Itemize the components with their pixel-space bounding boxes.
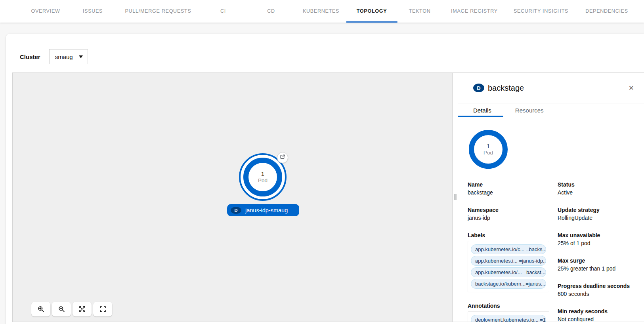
zoom-out-icon [58,306,65,313]
labels-chip-box: app.kubernetes.io/c... =backs... app.kub… [468,241,549,292]
topology-card: Cluster smaug 1 Pod [6,34,644,324]
panel-title: backstage [488,84,524,93]
cluster-select[interactable]: smaug [49,49,88,64]
label-chip: app.kubernetes.io/... =backst... [471,267,546,277]
field-namespace: Namespace janus-idp [468,206,558,222]
panel-resize-gutter[interactable] [453,73,458,322]
field-label: Max surge [558,257,638,265]
tab-topology[interactable]: TOPOLOGY [357,0,387,23]
annotations-title: Annotations [468,302,558,310]
field-min-ready-seconds: Min ready seconds Not configured [558,307,638,322]
label-chip: app.kubernetes.i... =janus-idp... [471,256,546,266]
field-label: Status [558,181,638,189]
entity-tab-bar: OVERVIEW ISSUES PULL/MERGE REQUESTS CI C… [0,0,644,23]
drag-handle-icon[interactable] [454,194,456,200]
panel-tab-details[interactable]: Details [458,103,503,117]
field-value: 25% greater than 1 pod [558,265,638,273]
caret-down-icon [79,55,83,58]
annotation-chip: deployment.kubernetes.io... =1.. [471,315,546,322]
tab-dependencies[interactable]: DEPENDENCIES [585,0,628,23]
panel-header: D backstage ✕ [458,73,644,103]
details-right-column: Status Active Update strategy RollingUpd… [558,181,638,322]
annotations-group: Annotations deployment.kubernetes.io... … [468,302,558,322]
annotations-chip-box: deployment.kubernetes.io... =1.. [468,311,549,322]
field-label: Max unavailable [558,231,638,239]
labels-group: Labels app.kubernetes.io/c... =backs... … [468,231,558,292]
pod-donut: 1 Pod [243,158,282,196]
panel-body: 1 Pod Name backstage Namespace janus-idp [458,117,644,322]
cluster-selector-row: Cluster smaug [20,49,88,64]
node-label: janus-idp-smaug [245,207,288,213]
field-value: backstage [468,189,558,196]
deployment-badge: D [231,207,241,214]
field-value: 25% of 1 pod [558,239,638,247]
tab-image-registry[interactable]: IMAGE REGISTRY [451,0,498,23]
fit-to-screen-icon [79,306,86,313]
field-value: 600 seconds [558,290,638,298]
zoom-out-button[interactable] [52,302,71,316]
field-label: Update strategy [558,206,638,214]
tab-kubernetes[interactable]: KUBERNETES [303,0,339,23]
fullscreen-icon [99,306,106,313]
zoom-in-button[interactable] [31,302,50,316]
deployment-badge: D [473,84,484,92]
panel-tab-resources[interactable]: Resources [503,103,556,117]
close-icon[interactable]: ✕ [629,85,634,91]
fullscreen-button[interactable] [93,302,112,316]
label-chip: backstage.io/kubern...=janus... [471,279,546,289]
label-chip: app.kubernetes.io/c... =backs... [471,244,546,254]
resource-side-panel: D backstage ✕ Details Resources 1 Pod Na… [458,73,644,322]
canvas-controls [31,302,112,316]
field-value: RollingUpdate [558,214,638,222]
fit-to-screen-button[interactable] [73,302,92,316]
field-label: Min ready seconds [558,307,638,315]
field-max-surge: Max surge 25% greater than 1 pod [558,257,638,273]
tab-tekton[interactable]: TEKTON [409,0,431,23]
cluster-select-value: smaug [55,53,73,60]
tab-cd[interactable]: CD [267,0,275,23]
pod-count: 1 [261,170,264,177]
zoom-in-icon [38,306,44,313]
pod-unit: Pod [258,177,268,184]
panel-tabs: Details Resources [458,103,644,117]
cluster-label: Cluster [20,53,40,60]
tab-security-insights[interactable]: SECURITY INSIGHTS [514,0,568,23]
node-label-pill[interactable]: D janus-idp-smaug [227,204,299,216]
tab-issues[interactable]: ISSUES [83,0,103,23]
tab-overview[interactable]: OVERVIEW [31,0,60,23]
field-status: Status Active [558,181,638,196]
details-left-column: Name backstage Namespace janus-idp Label… [468,181,558,322]
field-update-strategy: Update strategy RollingUpdate [558,206,638,222]
field-label: Name [468,181,558,189]
pod-donut: 1 Pod [469,130,508,169]
field-value: Not configured [558,315,638,322]
topology-view: 1 Pod D janus-idp-smaug [12,72,644,322]
field-value: janus-idp [468,214,558,222]
external-link-icon [280,154,285,161]
topology-canvas[interactable]: 1 Pod D janus-idp-smaug [13,73,453,322]
tab-pull-merge-requests[interactable]: PULL/MERGE REQUESTS [125,0,191,23]
pod-count: 1 [487,143,490,149]
pod-unit: Pod [483,149,493,156]
field-name: Name backstage [468,181,558,196]
labels-title: Labels [468,231,558,239]
field-max-unavailable: Max unavailable 25% of 1 pod [558,231,638,247]
field-label: Progress deadline seconds [558,282,638,290]
field-label: Namespace [468,206,558,214]
field-progress-deadline: Progress deadline seconds 600 seconds [558,282,638,298]
tab-ci[interactable]: CI [220,0,226,23]
field-value: Active [558,189,638,196]
node-external-link-button[interactable] [277,152,288,163]
